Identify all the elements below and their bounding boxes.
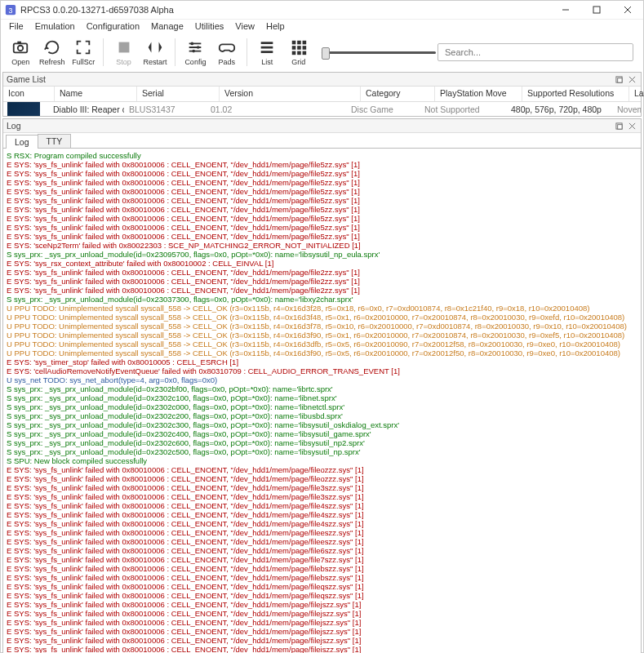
svg-rect-13 (291, 41, 295, 45)
grid-icon (290, 38, 308, 56)
col-name[interactable]: Name (55, 87, 137, 101)
log-line: E SYS: 'cellAudioRemoveNotifyEventQueue'… (7, 366, 637, 375)
menu-utilities[interactable]: Utilities (190, 20, 229, 33)
panel-float-button[interactable] (613, 73, 624, 85)
slider-thumb[interactable] (322, 47, 330, 60)
log-line: E SYS: 'sys_fs_unlink' failed with 0x800… (7, 519, 637, 528)
svg-rect-9 (118, 42, 129, 53)
log-line: E SYS: 'sys_fs_unlink' failed with 0x800… (7, 474, 637, 483)
tab-log[interactable]: Log (6, 135, 38, 149)
log-line: S RSX: Program compiled successfully (7, 151, 637, 160)
col-icon[interactable]: Icon (3, 87, 55, 101)
list-view-button[interactable]: List (252, 34, 282, 70)
window-title: RPCS3 0.0.20-13271-d6597038 Alpha (20, 5, 550, 15)
game-version: 01.02 (206, 103, 346, 116)
game-serial: BLUS31437 (124, 103, 206, 116)
log-line: U PPU TODO: Unimplemented syscall syscal… (7, 349, 637, 358)
svg-rect-21 (302, 51, 306, 56)
log-line: E SYS: 'sys_fs_unlink' failed with 0x800… (7, 627, 637, 636)
menu-help[interactable]: Help (261, 20, 290, 33)
list-icon (258, 38, 276, 56)
game-lastplayed: November 19, 2021 (612, 103, 641, 116)
log-line: E SYS: 'sys_fs_unlink' failed with 0x800… (7, 196, 637, 205)
log-line: E SYS: 'sys_fs_unlink' failed with 0x800… (7, 277, 637, 286)
panel-close-button[interactable] (626, 120, 637, 131)
log-line: E SYS: 'sys_fs_unlink' failed with 0x800… (7, 178, 637, 187)
camera-icon (11, 38, 29, 56)
log-line: S sys_prx: _sys_prx_unload_module(id=0x2… (7, 393, 637, 402)
icon-size-slider[interactable] (322, 51, 436, 54)
svg-text:3: 3 (9, 7, 13, 15)
col-category[interactable]: Category (361, 87, 435, 101)
svg-point-11 (197, 46, 200, 49)
log-line: E SYS: 'sys_fs_unlink' failed with 0x800… (7, 169, 637, 178)
log-line: E SYS: 'sys_rsx_context_attribute' faile… (7, 259, 637, 268)
toolbar-separator (103, 38, 104, 66)
minimize-button[interactable] (550, 1, 581, 19)
pads-button[interactable]: Pads (212, 34, 242, 70)
col-version[interactable]: Version (220, 87, 361, 101)
log-line: E SYS: 'sys_fs_unlink' failed with 0x800… (7, 187, 637, 196)
log-line: E SYS: 'sys_fs_unlink' failed with 0x800… (7, 160, 637, 169)
log-line: E SYS: 'sys_fs_unlink' failed with 0x800… (7, 546, 637, 555)
col-psmove[interactable]: PlayStation Move (435, 87, 522, 101)
maximize-button[interactable] (581, 1, 612, 19)
col-serial[interactable]: Serial (137, 87, 220, 101)
svg-rect-20 (297, 51, 301, 56)
log-line: E SYS: 'sys_fs_unlink' failed with 0x800… (7, 618, 637, 627)
log-line: E SYS: 'sys_fs_unlink' failed with 0x800… (7, 286, 637, 295)
menu-file[interactable]: File (4, 20, 29, 33)
panel-close-button[interactable] (626, 73, 637, 85)
config-button[interactable]: Config (180, 34, 210, 70)
svg-rect-19 (291, 51, 295, 56)
svg-rect-17 (297, 46, 301, 50)
log-line: E SYS: 'sys_timer_stop' failed with 0x80… (7, 358, 637, 366)
open-button[interactable]: Open (6, 34, 35, 70)
col-lastplayed[interactable]: Last Played (629, 87, 644, 101)
grid-view-button[interactable]: Grid (283, 34, 313, 70)
search-input[interactable] (437, 43, 633, 61)
menu-emulation[interactable]: Emulation (30, 20, 80, 33)
log-line: S sys_prx: _sys_prx_unload_module(id=0x2… (7, 250, 637, 259)
menu-view[interactable]: View (230, 20, 260, 33)
log-line: E SYS: 'sys_fs_unlink' failed with 0x800… (7, 591, 637, 600)
menu-manage[interactable]: Manage (146, 20, 189, 33)
log-line: S sys_prx: _sys_prx_unload_module(id=0x2… (7, 402, 637, 411)
toolbar: Open Refresh FullScr Stop Restart Config… (1, 33, 643, 72)
restart-button[interactable]: Restart (140, 34, 170, 70)
panel-title-log: Log (7, 121, 21, 131)
log-line: S sys_prx: _sys_prx_unload_module(id=0x2… (7, 438, 637, 447)
refresh-icon (43, 38, 61, 56)
refresh-button[interactable]: Refresh (37, 34, 66, 70)
svg-rect-8 (18, 42, 22, 44)
log-line: E SYS: 'sys_fs_unlink' failed with 0x800… (7, 268, 637, 277)
col-res[interactable]: Supported Resolutions (522, 87, 629, 101)
svg-rect-23 (617, 78, 621, 82)
stop-button[interactable]: Stop (109, 34, 138, 70)
fullscreen-button[interactable]: FullScr (69, 34, 98, 70)
tab-tty[interactable]: TTY (38, 134, 72, 148)
log-line: E SYS: 'sys_fs_unlink' failed with 0x800… (7, 483, 637, 492)
log-line: U PPU TODO: Unimplemented syscall syscal… (7, 322, 637, 331)
svg-rect-15 (302, 41, 306, 45)
log-line: S sys_prx: _sys_prx_unload_module(id=0x2… (7, 420, 637, 429)
game-res: 480p, 576p, 720p, 480p (506, 103, 612, 116)
column-headers: Icon Name Serial Version Category PlaySt… (3, 87, 641, 102)
panel-float-button[interactable] (613, 120, 624, 131)
log-line: E SYS: 'sys_fs_unlink' failed with 0x800… (7, 528, 637, 537)
log-line: S sys_prx: _sys_prx_unload_module(id=0x2… (7, 295, 637, 304)
sliders-icon (186, 38, 204, 56)
log-line: E SYS: 'sys_fs_unlink' failed with 0x800… (7, 636, 637, 645)
toolbar-separator (246, 38, 247, 66)
close-button[interactable] (612, 1, 643, 19)
log-output[interactable]: S RSX: Program compiled successfullyE SY… (3, 149, 641, 653)
menu-configuration[interactable]: Configuration (82, 20, 144, 33)
game-row[interactable]: Diablo III: Reaper of BLUS31437 01.02 Di… (3, 102, 641, 116)
log-line: U PPU TODO: Unimplemented syscall syscal… (7, 313, 637, 322)
log-line: U PPU TODO: Unimplemented syscall syscal… (7, 331, 637, 340)
svg-point-7 (18, 46, 23, 51)
svg-point-10 (191, 42, 194, 46)
search-container (437, 43, 633, 61)
log-line: U sys_net TODO: sys_net_abort(type=4, ar… (7, 375, 637, 384)
menubar: File Emulation Configuration Manage Util… (1, 20, 643, 33)
